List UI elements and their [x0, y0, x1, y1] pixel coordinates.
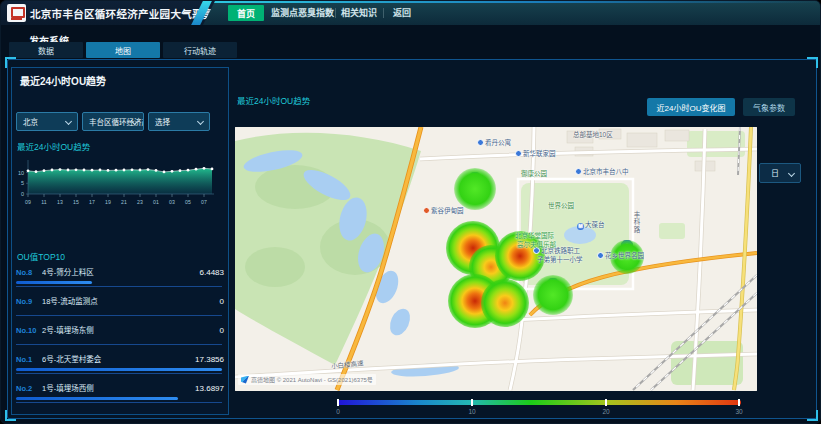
nav-item-back[interactable]: 返回 — [387, 1, 417, 25]
station-name: 18号-流动监测点 — [42, 295, 216, 306]
legend-tick-label: 10 — [468, 408, 475, 415]
list-item[interactable]: No.8 4号-筛分上料区 6.4483 — [16, 262, 224, 291]
map-section-title: 最近24小时OU趋势 — [237, 94, 310, 106]
logo-glyph — [11, 7, 25, 18]
station-select-value: 选择 — [155, 118, 170, 127]
city-select[interactable]: 北京 — [16, 112, 78, 131]
legend-tick-label: 20 — [602, 408, 609, 415]
tab-data[interactable]: 数据 — [9, 42, 83, 58]
heatmap-blob — [533, 275, 573, 315]
poi-icon — [515, 150, 522, 157]
chevron-down-icon — [788, 170, 795, 177]
map-canvas[interactable]: 看丹公寓 总部基地10区 新华联家园 御康公园 北京市丰台八中 世界公园 M大葆… — [235, 127, 757, 391]
map-copyright: 高德地图 © 2021 AutoNavi - GS(2021)6375号 — [238, 374, 376, 385]
list-item[interactable]: No.9 18号-流动监测点 0 — [16, 291, 224, 320]
rank-label: No.1 — [16, 355, 38, 364]
map-label: 丰科路 — [631, 211, 641, 234]
heatmap-blob — [454, 168, 496, 210]
nav-item-home[interactable]: 首页 — [228, 5, 264, 21]
nav-item-monitor-index[interactable]: 监测点恶臭指数 — [271, 1, 331, 25]
poi-icon — [423, 207, 430, 214]
map-label: 御康公园 — [521, 168, 547, 178]
map-label: 紫谷伊甸园 — [423, 205, 464, 215]
rank-label: No.2 — [16, 384, 38, 393]
map-label: M大葆台 — [577, 219, 605, 230]
value-bar — [16, 281, 222, 284]
nav-separator — [383, 8, 384, 18]
svg-text:09: 09 — [25, 199, 31, 205]
station-name: 1号-填埋场西侧 — [42, 382, 191, 393]
app-logo-icon — [7, 4, 26, 22]
svg-text:11: 11 — [41, 199, 46, 205]
map-label: 看丹公寓 — [477, 137, 511, 147]
list-item[interactable]: No.10 2号-填埋场东侧 0 — [16, 320, 224, 349]
panel-corner-decoration — [807, 410, 818, 421]
value-bar — [16, 339, 222, 342]
left-panel-title: 最近24小时OU趋势 — [20, 73, 106, 88]
ou-change-map-button[interactable]: 近24小时OU变化图 — [647, 98, 735, 116]
legend-tick — [471, 399, 473, 406]
svg-text:5: 5 — [21, 180, 24, 186]
tab-track[interactable]: 行动轨迹 — [163, 42, 237, 58]
rank-label: No.9 — [16, 297, 38, 306]
station-name: 6号-北天堂村委会 — [42, 353, 191, 364]
legend-tick-label: 0 — [336, 408, 340, 415]
park-select[interactable]: 丰台区循环经济产 — [82, 112, 144, 131]
map-label: 子弟第十一小学 — [537, 254, 583, 264]
svg-text:23: 23 — [137, 199, 143, 205]
ou-value: 17.3856 — [195, 355, 224, 364]
value-bar — [16, 368, 222, 371]
ou-value: 0 — [220, 326, 224, 335]
list-item[interactable]: No.1 6号-北天堂村委会 17.3856 — [16, 349, 224, 378]
ou-color-legend: 0 10 20 30 — [337, 399, 741, 417]
rank-label: No.8 — [16, 268, 38, 277]
panel-corner-decoration — [807, 57, 818, 68]
interval-select-value: 日 — [771, 169, 779, 178]
svg-text:17: 17 — [89, 199, 95, 205]
ou-value: 13.6897 — [195, 384, 224, 393]
legend-tick — [605, 399, 607, 406]
metro-icon: M — [577, 223, 584, 230]
nav-separator — [335, 8, 336, 18]
map-label: 世界公园 — [548, 200, 574, 210]
legend-gradient-bar — [337, 400, 741, 405]
heatmap-blob — [481, 279, 529, 327]
value-bar — [16, 310, 222, 313]
trend-chart: 0510091113151719212301030507 — [14, 156, 218, 212]
map-label: 新华联家园 — [515, 148, 556, 158]
map-label: 高尔夫俱乐部 — [517, 239, 556, 249]
trend-chart-label: 最近24小时OU趋势 — [17, 140, 90, 152]
chevron-down-icon — [65, 118, 72, 125]
value-bar — [16, 397, 222, 400]
nav-item-knowledge[interactable]: 相关知识 — [339, 1, 379, 25]
ou-value: 6.4483 — [200, 268, 224, 277]
poi-icon — [597, 252, 604, 259]
amap-logo-icon — [241, 376, 249, 384]
logo-bar — [11, 18, 22, 20]
station-select[interactable]: 选择 — [148, 112, 210, 131]
svg-text:05: 05 — [185, 199, 191, 205]
map-label: 北京市丰台八中 — [575, 166, 629, 176]
svg-text:21: 21 — [121, 199, 127, 205]
left-panel: 最近24小时OU趋势 北京 丰台区循环经济产 选择 最近24小时OU趋势 051… — [11, 67, 229, 415]
map-label: 总部基地10区 — [573, 129, 613, 139]
list-item[interactable]: No.2 1号-填埋场西侧 13.6897 — [16, 378, 224, 407]
interval-select[interactable]: 日 — [759, 163, 801, 183]
top-list-title: OU值TOP10 — [17, 250, 65, 262]
weather-params-button[interactable]: 气象参数 — [743, 98, 795, 116]
ou-top-list: No.8 4号-筛分上料区 6.4483 No.9 18号-流动监测点 0 No… — [16, 262, 224, 407]
legend-tick-label: 30 — [735, 408, 742, 415]
legend-tick — [738, 399, 740, 406]
svg-text:01: 01 — [153, 199, 159, 205]
svg-text:0: 0 — [21, 191, 24, 197]
tab-map[interactable]: 地图 — [86, 42, 160, 58]
svg-text:03: 03 — [169, 199, 175, 205]
rank-label: No.10 — [16, 326, 38, 335]
map-label: 花乡世界名园 — [597, 250, 644, 260]
station-name: 4号-筛分上料区 — [42, 266, 196, 277]
svg-text:15: 15 — [73, 199, 79, 205]
panel-corner-decoration — [5, 410, 16, 421]
svg-text:10: 10 — [18, 170, 24, 176]
station-name: 2号-填埋场东侧 — [42, 324, 216, 335]
poi-icon — [477, 139, 484, 146]
